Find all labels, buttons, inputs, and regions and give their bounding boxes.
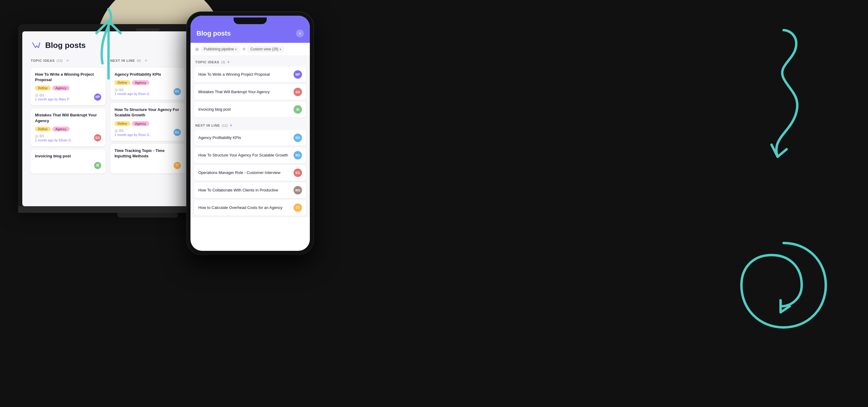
col-count: (4) xyxy=(137,59,141,62)
app-logo xyxy=(31,40,41,51)
card-meta: ◎ 0/1 1 month ago by Ross G. RG xyxy=(115,128,181,136)
avatar-initials: RG xyxy=(174,129,181,136)
card-avatar: IB xyxy=(94,162,101,169)
check-icon: ◎ xyxy=(35,134,38,138)
phone-avatar-initials: EG xyxy=(293,168,302,177)
card-tag: Agency xyxy=(53,86,70,90)
card-avatar: EG xyxy=(94,134,101,142)
card-meta: IB xyxy=(35,162,101,169)
col-title: TOPIC IDEAS xyxy=(31,59,55,62)
phone-list-item[interactable]: Agency Profitability KPIs RG xyxy=(194,130,306,146)
phone-avatar: TT xyxy=(293,204,302,212)
card-avatar: RG xyxy=(174,88,181,95)
phone-add-button[interactable]: + xyxy=(230,123,232,128)
kanban-card[interactable]: How To Structure Your Agency For Scalabl… xyxy=(110,103,185,140)
card-tag: Agency xyxy=(132,80,149,85)
card-tag: Refine xyxy=(35,127,51,131)
avatar-initials: RG xyxy=(174,88,181,95)
card-time: 1 month ago by Ross G. xyxy=(115,133,150,136)
pipeline-label: Publishing pipeline xyxy=(204,47,234,51)
check-icon: ◎ xyxy=(115,87,118,92)
phone-list-item[interactable]: Invoicing blog post IB xyxy=(194,102,306,117)
laptop-notch xyxy=(135,28,160,31)
card-meta: ◎ 0/1 1 month ago by Mary P. MP xyxy=(35,93,101,101)
phone-outer: Blog posts × ⊞ Publishing pipeline ▾ ≡ xyxy=(187,12,313,254)
phone-content: Blog posts × ⊞ Publishing pipeline ▾ ≡ xyxy=(190,27,310,251)
decorative-arrow-right xyxy=(723,24,814,206)
card-title: Time Tracking Topic - Time Inputting Met… xyxy=(115,148,181,159)
phone-section-title: TOPIC IDEAS xyxy=(195,60,219,64)
phone-device: Blog posts × ⊞ Publishing pipeline ▾ ≡ xyxy=(187,12,313,254)
phone-section-header-0: TOPIC IDEAS (3) + xyxy=(190,56,310,67)
phone-section-count: (11) xyxy=(222,124,228,127)
kanban-card[interactable]: Mistakes That Will Bankrupt Your Agency … xyxy=(31,108,105,146)
check-icon: ◎ xyxy=(35,93,38,97)
check-count: 0/1 xyxy=(39,93,44,97)
phone-avatar: EG xyxy=(293,168,302,177)
decorative-swirl xyxy=(723,237,838,383)
card-check: ◎ 0/1 xyxy=(115,87,150,92)
phone-item-title: Agency Profitability KPIs xyxy=(198,135,290,140)
check-count: 0/1 xyxy=(119,88,124,92)
kanban-card[interactable]: Time Tracking Topic - Time Inputting Met… xyxy=(110,144,185,174)
phone-avatar-initials: RG xyxy=(293,151,302,159)
card-tags: RefineAgency xyxy=(35,86,101,90)
close-button[interactable]: × xyxy=(296,30,304,37)
card-tag: Agency xyxy=(53,127,70,131)
phone-avatar: RG xyxy=(293,133,302,142)
phone-list-item[interactable]: How To Write a Winning Project Proposal … xyxy=(194,67,306,82)
phone-list-item[interactable]: Operations Manager Role - Customer Inter… xyxy=(194,165,306,181)
phone-avatar-initials: IB xyxy=(293,105,302,114)
phone-add-button[interactable]: + xyxy=(227,59,230,65)
card-tags: RefineAgency xyxy=(115,121,181,126)
pipeline-button[interactable]: Publishing pipeline ▾ xyxy=(201,46,240,53)
phone-section-title: NEXT IN LINE xyxy=(195,124,220,127)
laptop-stand xyxy=(118,213,178,218)
avatar-initials: EG xyxy=(94,134,101,142)
card-avatar: RG xyxy=(174,129,181,136)
phone-avatar-initials: WG xyxy=(293,186,302,194)
custom-view-chevron: ▾ xyxy=(280,48,281,51)
phone-notch xyxy=(234,18,267,24)
card-time: 1 month ago by Ethan G. xyxy=(35,138,72,142)
phone-section-header-1: NEXT IN LINE (11) + xyxy=(190,119,310,130)
phone-toolbar: ⊞ Publishing pipeline ▾ ≡ Custom view (2… xyxy=(190,43,310,56)
filter-icon: ≡ xyxy=(243,46,245,52)
phone-avatar: EG xyxy=(293,88,302,96)
col-count: (13) xyxy=(57,59,63,62)
phone-item-title: Invoicing blog post xyxy=(198,107,290,112)
card-time: 1 month ago by Ross G. xyxy=(115,92,150,96)
phone-list: TOPIC IDEAS (3) + How To Write a Winning… xyxy=(190,56,310,217)
phone-inner: Blog posts × ⊞ Publishing pipeline ▾ ≡ xyxy=(190,16,310,251)
phone-avatar: IB xyxy=(293,105,302,114)
phone-avatar: RG xyxy=(293,151,302,159)
col-add-button[interactable]: + xyxy=(65,58,70,63)
card-title: Mistakes That Will Bankrupt Your Agency xyxy=(35,113,101,123)
check-icon: ◎ xyxy=(115,128,118,133)
kanban-card[interactable]: Invoicing blog post IB xyxy=(31,149,105,174)
card-check: ◎ 0/1 xyxy=(115,128,150,133)
phone-list-item[interactable]: Mistakes That Will Bankrupt Your Agency … xyxy=(194,84,306,100)
phone-avatar-initials: MP xyxy=(293,70,302,79)
decorative-arrow-top xyxy=(79,3,133,83)
avatar-initials: IB xyxy=(94,162,101,169)
card-check: ◎ 0/1 xyxy=(35,93,70,97)
card-title: How To Structure Your Agency For Scalabl… xyxy=(115,107,181,118)
card-avatar: TT xyxy=(174,162,181,169)
card-tags: RefineAgency xyxy=(35,127,101,131)
avatar-initials: MP xyxy=(94,93,101,101)
phone-avatar: MP xyxy=(293,70,302,79)
phone-item-title: How To Structure Your Agency For Scalabl… xyxy=(198,153,290,158)
phone-list-item[interactable]: How To Collaborate With Clients in Produ… xyxy=(194,182,306,198)
check-count: 0/1 xyxy=(39,134,44,138)
phone-item-title: How to Calculate Overhead Costs for an A… xyxy=(198,205,290,211)
check-count: 0/1 xyxy=(119,129,124,132)
phone-list-item[interactable]: How To Structure Your Agency For Scalabl… xyxy=(194,148,306,163)
phone-item-title: Operations Manager Role - Customer Inter… xyxy=(198,170,290,176)
phone-header: Blog posts × xyxy=(190,27,310,43)
custom-view-button[interactable]: Custom view (29) ▾ xyxy=(247,46,284,53)
phone-list-item[interactable]: How to Calculate Overhead Costs for an A… xyxy=(194,200,306,216)
col-add-button[interactable]: + xyxy=(144,58,149,63)
avatar-initials: TT xyxy=(174,162,181,169)
phone-avatar-initials: RG xyxy=(293,133,302,142)
